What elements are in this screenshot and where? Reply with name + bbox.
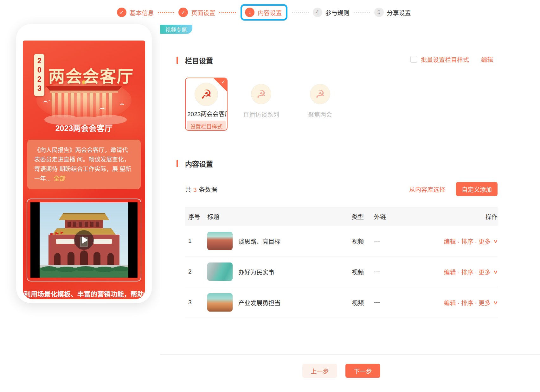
preview-description-card: 《向人民报告》两会会客厅，邀请代表委员走进直播 间。畅谈发展变化，寄语期待 期盼… (27, 140, 141, 189)
preview-video-card (27, 199, 141, 281)
step-label: 分享设置 (387, 8, 411, 17)
column-cards: ✓ ☭ 2023两会会客厅 设置栏目样式 ☭ 直播访谈系列 ☭ 聚焦两会 (185, 78, 345, 131)
row-index: 1 (188, 237, 207, 244)
batch-style-checkbox[interactable] (410, 56, 417, 63)
row-type: 视频 (352, 298, 374, 307)
row-link: --- (374, 268, 444, 275)
preview-banner: 2023 两会会客厅 (23, 41, 145, 118)
header-type: 类型 (352, 212, 374, 221)
step-label: 内容设置 (258, 8, 282, 17)
check-icon: ✓ (221, 79, 225, 85)
step-participation-rules: 4 参与规则 (313, 8, 350, 17)
check-icon: ✓ (178, 8, 188, 17)
next-step-button[interactable]: 下一步 (345, 364, 380, 378)
mobile-preview-screen: 2023 两会会客厅 (23, 41, 145, 299)
table-row: 1 谈思路、亮目标 视频 --- 编辑 · 排序 · 更多 ∨ (185, 226, 498, 256)
row-index: 2 (188, 268, 207, 275)
row-index: 3 (188, 299, 207, 306)
chevron-down-icon[interactable]: ∨ (493, 269, 498, 275)
preview-footer-text: 利用场景化模板、丰富的营销功能，帮助您 快速落地 (23, 289, 145, 299)
row-title: 办好为民实事 (238, 268, 274, 276)
banner-title: 两会会客厅 (48, 63, 134, 87)
column-avatar: ☭ (310, 84, 330, 104)
section-title: 栏目设置 (185, 55, 213, 65)
header-index: 序号 (188, 212, 207, 221)
row-actions[interactable]: 编辑 · 排序 · 更多 (444, 237, 491, 245)
column-card[interactable]: ☭ 聚焦两会 (295, 78, 345, 118)
step-connector (158, 12, 174, 13)
step-connector (219, 12, 236, 13)
row-link: --- (374, 299, 444, 306)
row-type: 视频 (352, 237, 374, 245)
column-section-header: 栏目设置 (185, 55, 213, 65)
step-content-settings[interactable]: ↓ 内容设置 (245, 8, 282, 17)
step-connector (354, 12, 370, 13)
wizard-header: ✓ 基本信息 ✓ 页面设置 ↓ 内容设置 4 参与规则 5 分享设置 (0, 0, 540, 25)
previous-step-button[interactable]: 上一步 (302, 364, 337, 378)
batch-style-label[interactable]: 批量设置栏目样式 (421, 55, 469, 64)
current-step-highlight: ↓ 内容设置 (241, 4, 287, 21)
content-settings-panel: 视频专题 栏目设置 批量设置栏目样式 编辑 ✓ ☭ 2023两会会客厅 设置栏目… (160, 24, 540, 392)
data-count: 共3条数据 (185, 185, 217, 193)
chevron-down-icon[interactable]: ∨ (493, 300, 498, 306)
content-table: 序号 标题 类型 外链 操作 1 谈思路、亮目标 视频 --- 编辑 · 排序 … (185, 207, 498, 318)
step-share-settings: 5 分享设置 (374, 8, 411, 17)
show-all-link[interactable]: 全部 (54, 175, 66, 182)
chevron-down-icon[interactable]: ∨ (493, 238, 498, 244)
preview-description: 《向人民报告》两会会客厅，邀请代表委员走进直播 间。畅谈发展变化，寄语期待 期盼… (34, 147, 131, 182)
custom-add-button[interactable]: 自定义添加 (456, 182, 498, 196)
section-accent-bar (177, 57, 178, 64)
step-number: 4 (313, 8, 322, 17)
table-row: 2 办好为民实事 视频 --- 编辑 · 排序 · 更多 ∨ (185, 256, 498, 287)
column-card-selected[interactable]: ✓ ☭ 2023两会会客厅 设置栏目样式 (185, 78, 228, 131)
row-link: --- (374, 237, 444, 244)
select-from-library-button[interactable]: 从内容库选择 (409, 185, 445, 193)
row-title: 谈思路、亮目标 (238, 237, 280, 245)
arrow-down-icon: ↓ (245, 8, 254, 17)
row-title: 产业发展勇担当 (238, 298, 280, 307)
header-link: 外链 (374, 212, 485, 221)
column-avatar: ☭ (251, 84, 271, 104)
row-actions[interactable]: 编辑 · 排序 · 更多 (444, 268, 491, 276)
step-basic-info[interactable]: ✓ 基本信息 (117, 8, 154, 17)
edit-link[interactable]: 编辑 (481, 55, 493, 64)
play-icon (82, 236, 88, 244)
step-label: 页面设置 (191, 8, 215, 17)
step-number: 5 (374, 8, 384, 17)
banner-year-badge: 2023 (34, 54, 44, 96)
thumbnail-aerial-city (207, 232, 233, 250)
column-card[interactable]: ☭ 直播访谈系列 (236, 78, 286, 118)
table-row: 3 产业发展勇担当 视频 --- 编辑 · 排序 · 更多 ∨ (185, 287, 498, 318)
column-card-label: 2023两会会客厅 (186, 109, 227, 118)
count-suffix: 条数据 (199, 187, 217, 193)
table-header: 序号 标题 类型 外链 操作 (185, 207, 498, 226)
party-emblem-icon: ☭ (256, 89, 266, 99)
set-column-style-button[interactable]: 设置栏目样式 (187, 121, 226, 131)
step-page-settings[interactable]: ✓ 页面设置 (178, 8, 215, 17)
wizard-footer: 上一步 下一步 (160, 354, 540, 378)
row-type: 视频 (352, 268, 374, 276)
preview-footer-line1: 利用场景化模板、丰富的营销功能，帮助您 (23, 289, 145, 299)
party-emblem-icon: ☭ (201, 88, 212, 101)
section-accent-bar (177, 160, 178, 167)
section-title: 内容设置 (185, 158, 213, 168)
count-prefix: 共 (185, 187, 191, 193)
party-emblem-icon: ☭ (315, 89, 325, 99)
stepper: ✓ 基本信息 ✓ 页面设置 ↓ 内容设置 4 参与规则 5 分享设置 (117, 4, 411, 21)
step-connector (292, 12, 309, 13)
thumbnail-highway-interchange (207, 293, 233, 312)
check-icon: ✓ (117, 8, 126, 17)
step-label: 基本信息 (130, 8, 154, 17)
play-button[interactable] (74, 230, 94, 250)
thumbnail-coastal-city (207, 262, 233, 281)
preview-video-player[interactable] (30, 202, 138, 278)
row-actions[interactable]: 编辑 · 排序 · 更多 (444, 298, 491, 307)
mobile-preview-frame: 2023 两会会客厅 (16, 24, 152, 303)
topic-type-badge: 视频专题 (160, 25, 192, 34)
header-title: 标题 (207, 212, 352, 221)
column-card-label: 聚焦两会 (295, 110, 345, 118)
header-actions: 操作 (485, 212, 498, 221)
content-section-header: 内容设置 (185, 158, 213, 168)
column-card-label: 直播访谈系列 (236, 110, 286, 118)
count-number: 3 (193, 187, 197, 193)
